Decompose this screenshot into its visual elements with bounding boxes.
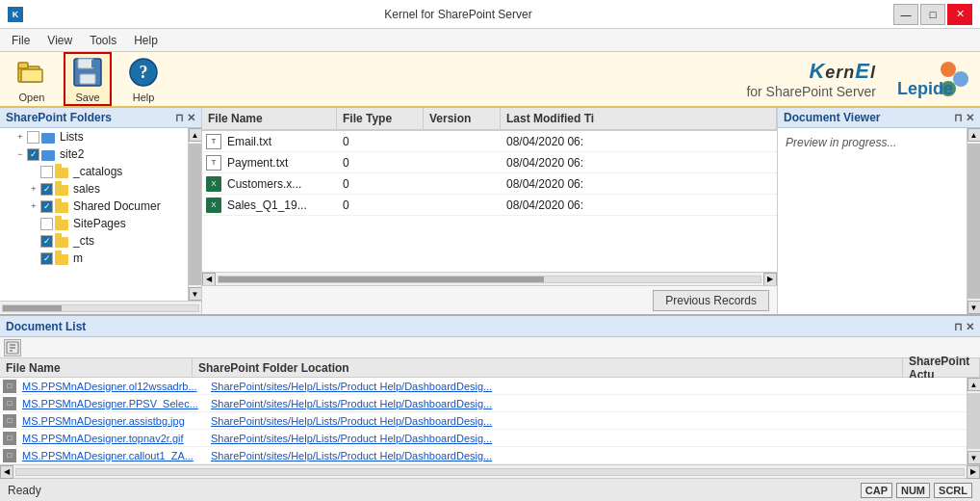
- doc-file-4[interactable]: MS.PPSMnADesigner.callout1_ZA...: [16, 449, 205, 462]
- folders-panel-controls: ⊓ ✕: [175, 111, 195, 124]
- doc-file-1[interactable]: MS.PPSMnADesigner.PPSV_Selec...: [16, 397, 205, 410]
- tree-item-sitepages[interactable]: + SitePages: [0, 215, 201, 232]
- doc-table-header: File Name SharePoint Folder Location Sha…: [0, 358, 980, 378]
- title-bar-controls: — □ ✕: [893, 4, 972, 25]
- previous-records-button[interactable]: Previous Records: [653, 290, 769, 311]
- file-row[interactable]: X Customers.x... 0 08/04/2020 06:: [202, 173, 777, 195]
- check-shared-doc[interactable]: ✓: [40, 200, 53, 213]
- doc-viewer-scroll-down[interactable]: ▼: [967, 301, 981, 314]
- file-hscroll-right[interactable]: ▶: [763, 273, 777, 286]
- check-catalogs[interactable]: [40, 166, 53, 178]
- check-sitepages[interactable]: [40, 218, 53, 230]
- tree-item-lists[interactable]: + Lists: [0, 128, 201, 145]
- check-cts[interactable]: ✓: [40, 235, 53, 248]
- check-lists[interactable]: [27, 131, 39, 144]
- expander-shared-doc[interactable]: +: [27, 199, 40, 213]
- scroll-up-arrow[interactable]: ▲: [189, 128, 202, 142]
- doc-viewer-pin-icon[interactable]: ⊓: [954, 112, 963, 123]
- file-modified-2: 08/04/2020 06:: [501, 175, 777, 193]
- doc-list-close-icon[interactable]: ✕: [966, 321, 974, 332]
- brand-kernel: KernEl: [746, 59, 876, 84]
- doc-hscroll-right[interactable]: ▶: [967, 465, 980, 479]
- file-hscroll-track[interactable]: [218, 276, 761, 283]
- close-button[interactable]: ✕: [947, 4, 972, 25]
- doc-viewer-vscroll[interactable]: ▲ ▼: [967, 128, 980, 314]
- doc-col-actual[interactable]: SharePoint Actu: [903, 358, 980, 377]
- file-hscroll[interactable]: ◀ ▶: [202, 272, 777, 285]
- col-lastmod[interactable]: Last Modified Ti: [501, 108, 777, 129]
- tree-item-cts[interactable]: + ✓ _cts: [0, 232, 201, 250]
- file-row[interactable]: T Email.txt 0 08/04/2020 06:: [202, 131, 777, 152]
- tree-item-sales[interactable]: + ✓ sales: [0, 180, 201, 198]
- doc-scroll-thumb[interactable]: [967, 393, 980, 449]
- label-lists: Lists: [60, 130, 84, 144]
- file-type-1: 0: [337, 154, 424, 171]
- doc-viewer-scroll-thumb[interactable]: [967, 144, 980, 299]
- check-site2[interactable]: ✓: [27, 148, 39, 161]
- check-sales[interactable]: ✓: [40, 183, 53, 196]
- doc-list-pin-icon[interactable]: ⊓: [954, 321, 963, 332]
- expander-sales[interactable]: +: [27, 182, 40, 196]
- svg-text:?: ?: [140, 63, 148, 82]
- file-row[interactable]: T Payment.txt 0 08/04/2020 06:: [202, 152, 777, 173]
- file-row[interactable]: X Sales_Q1_19... 0 08/04/2020 06:: [202, 195, 777, 216]
- doc-col-filename[interactable]: File Name: [0, 358, 193, 377]
- doc-viewer-scroll-up[interactable]: ▲: [967, 128, 981, 142]
- doc-row-icon-2: □: [3, 414, 16, 428]
- file-hscroll-left[interactable]: ◀: [202, 273, 216, 286]
- col-version[interactable]: Version: [424, 108, 501, 129]
- file-modified-0: 08/04/2020 06:: [501, 133, 777, 150]
- folder-icon-sitepages: [55, 217, 70, 230]
- folders-pin-icon[interactable]: ⊓: [175, 112, 184, 123]
- file-icon-txt: T: [206, 134, 221, 149]
- doc-viewer-close-icon[interactable]: ✕: [966, 112, 974, 123]
- folders-close-icon[interactable]: ✕: [187, 112, 195, 123]
- restore-button[interactable]: □: [920, 4, 945, 25]
- menu-view[interactable]: View: [39, 32, 80, 49]
- doc-file-3[interactable]: MS.PPSMnADesigner.topnav2r.gif: [16, 432, 205, 445]
- open-button[interactable]: Open: [8, 53, 56, 105]
- doc-hscroll-track[interactable]: [15, 468, 965, 476]
- save-label: Save: [75, 92, 99, 103]
- doc-file-2[interactable]: MS.PPSMnADesigner.assistbg.jpg: [16, 414, 205, 428]
- col-filetype[interactable]: File Type: [337, 108, 424, 129]
- open-icon: [14, 55, 49, 90]
- tree-item-shared-doc[interactable]: + ✓ Shared Documer: [0, 198, 201, 215]
- menu-help[interactable]: Help: [126, 32, 166, 49]
- doc-vscroll[interactable]: ▲ ▼: [967, 378, 980, 464]
- doc-row-icon-4: □: [3, 449, 16, 462]
- list-item[interactable]: □ MS.PPSMnADesigner.assistbg.jpg SharePo…: [0, 412, 980, 430]
- doc-scroll-up[interactable]: ▲: [967, 378, 981, 391]
- list-item[interactable]: □ MS.PPSMnADesigner.ol12wssadrb... Share…: [0, 378, 980, 395]
- save-button[interactable]: Save: [64, 52, 112, 106]
- folders-hscroll-track[interactable]: [2, 304, 199, 312]
- list-item[interactable]: □ MS.PPSMnADesigner.topnav2r.gif SharePo…: [0, 430, 980, 447]
- folders-hscroll[interactable]: [0, 301, 201, 314]
- help-button[interactable]: ? Help: [119, 53, 168, 105]
- menu-tools[interactable]: Tools: [82, 32, 124, 49]
- doc-location-4: SharePoint/sites/Help/Lists/Product Help…: [205, 449, 980, 462]
- check-m[interactable]: ✓: [40, 252, 53, 265]
- folders-hscroll-thumb: [3, 305, 62, 311]
- menu-file[interactable]: File: [4, 32, 38, 49]
- scroll-thumb[interactable]: [189, 144, 201, 285]
- expander-site2[interactable]: −: [13, 147, 27, 161]
- tree-item-catalogs[interactable]: + _catalogs: [0, 163, 201, 180]
- doc-hscroll-left[interactable]: ◀: [0, 465, 13, 479]
- expander-lists[interactable]: +: [13, 130, 27, 144]
- doc-col-location[interactable]: SharePoint Folder Location: [193, 358, 903, 377]
- scroll-down-arrow[interactable]: ▼: [189, 287, 202, 301]
- tree-item-site2[interactable]: − ✓ site2: [0, 145, 201, 163]
- tree-vscroll[interactable]: ▲ ▼: [188, 128, 201, 301]
- tree-item-m[interactable]: + ✓ m: [0, 250, 201, 267]
- file-version-3: [424, 203, 501, 207]
- doc-file-0[interactable]: MS.PPSMnADesigner.ol12wssadrb...: [16, 380, 205, 393]
- doc-list-hscroll[interactable]: ◀ ▶: [0, 464, 980, 478]
- file-modified-1: 08/04/2020 06:: [501, 154, 777, 171]
- minimize-button[interactable]: —: [893, 4, 918, 25]
- doc-scroll-down[interactable]: ▼: [967, 451, 981, 464]
- list-item[interactable]: □ MS.PPSMnADesigner.callout1_ZA... Share…: [0, 447, 980, 464]
- doc-list-toolbar-button[interactable]: [4, 339, 21, 356]
- list-item[interactable]: □ MS.PPSMnADesigner.PPSV_Selec... ShareP…: [0, 395, 980, 412]
- col-filename[interactable]: File Name: [202, 108, 337, 129]
